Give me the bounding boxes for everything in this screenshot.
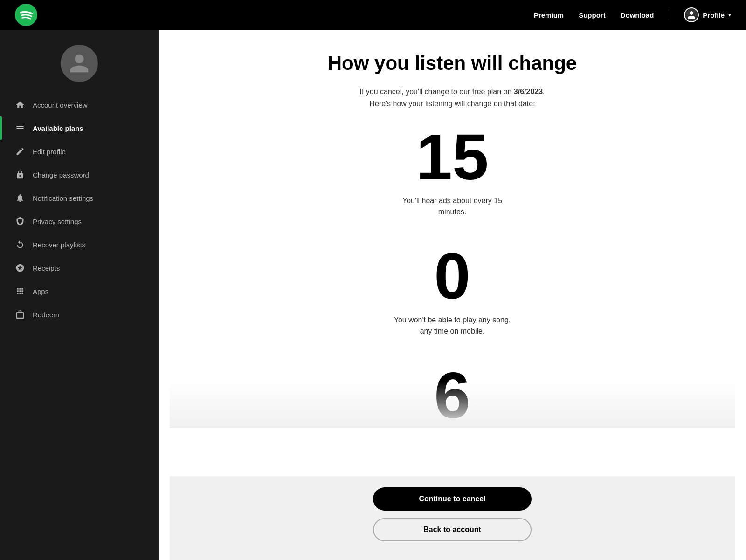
sidebar-item-change-password[interactable]: Change password [0,163,159,186]
subtitle-period: . [543,88,545,96]
sidebar-item-privacy-settings[interactable]: Privacy settings [0,210,159,233]
main-content: How you listen will change If you cancel… [159,30,746,560]
main-subtitle: If you cancel, you'll change to our free… [359,86,545,109]
edit-icon [15,146,25,157]
stat-description-mobile: You won't be able to play any song, any … [394,314,511,337]
sidebar-label-account-overview: Account overview [33,101,88,109]
sidebar-item-receipts[interactable]: Receipts [0,256,159,280]
recover-icon [15,239,25,250]
redeem-icon [15,309,25,320]
stat-number-mobile: 0 [434,244,470,309]
stat-block-six: 6 [170,363,735,428]
download-link[interactable]: Download [621,11,654,19]
topnav-links: Premium Support Download Profile ▾ [534,7,731,22]
sidebar-label-available-plans: Available plans [33,124,83,132]
sidebar: Account overview Available plans Edit pr… [0,30,159,560]
premium-link[interactable]: Premium [534,11,564,19]
sidebar-item-account-overview[interactable]: Account overview [0,93,159,116]
sidebar-item-redeem[interactable]: Redeem [0,303,159,326]
sidebar-item-edit-profile[interactable]: Edit profile [0,140,159,163]
chevron-down-icon: ▾ [728,12,731,18]
sidebar-label-redeem: Redeem [33,311,59,319]
sidebar-label-receipts: Receipts [33,264,60,272]
stat-number-ads: 15 [416,124,489,190]
sidebar-label-apps: Apps [33,287,48,295]
profile-label: Profile [703,11,725,19]
support-link[interactable]: Support [579,11,606,19]
privacy-icon [15,216,25,226]
profile-menu[interactable]: Profile ▾ [684,7,731,22]
spotify-logo[interactable] [15,4,37,26]
subtitle-prefix: If you cancel, you'll change to our free… [359,88,513,96]
nav-divider [669,9,669,20]
sidebar-item-available-plans[interactable]: Available plans [0,116,159,140]
stat-number-six: 6 [434,363,470,428]
back-to-account-button[interactable]: Back to account [373,518,532,541]
bottom-action-bar: Continue to cancel Back to account [170,476,735,560]
subtitle-date: 3/6/2023 [514,88,543,96]
bell-icon [15,193,25,203]
stat-description-ads: You'll hear ads about every 15 minutes. [402,195,502,218]
sidebar-navigation: Account overview Available plans Edit pr… [0,93,159,326]
sidebar-label-change-password: Change password [33,171,89,179]
stat-block-ads: 15 You'll hear ads about every 15 minute… [170,124,735,236]
sidebar-label-notification-settings: Notification settings [33,194,93,202]
stat-block-mobile: 0 You won't be able to play any song, an… [170,244,735,355]
sidebar-label-edit-profile: Edit profile [33,148,66,156]
avatar [61,45,98,82]
sidebar-label-privacy-settings: Privacy settings [33,218,82,225]
subtitle-line2: Here's how your listening will change on… [369,100,535,108]
sidebar-item-recover-playlists[interactable]: Recover playlists [0,233,159,256]
profile-avatar [684,7,699,22]
sidebar-label-recover-playlists: Recover playlists [33,241,85,249]
continue-to-cancel-button[interactable]: Continue to cancel [373,487,532,511]
sidebar-item-notification-settings[interactable]: Notification settings [0,186,159,210]
page-title: How you listen will change [328,52,577,75]
receipts-icon [15,263,25,273]
sidebar-item-apps[interactable]: Apps [0,280,159,303]
page-layout: Account overview Available plans Edit pr… [0,30,746,560]
top-navigation: Premium Support Download Profile ▾ [0,0,746,30]
plans-icon [15,123,25,133]
apps-icon [15,286,25,296]
home-icon [15,100,25,110]
lock-icon [15,170,25,180]
